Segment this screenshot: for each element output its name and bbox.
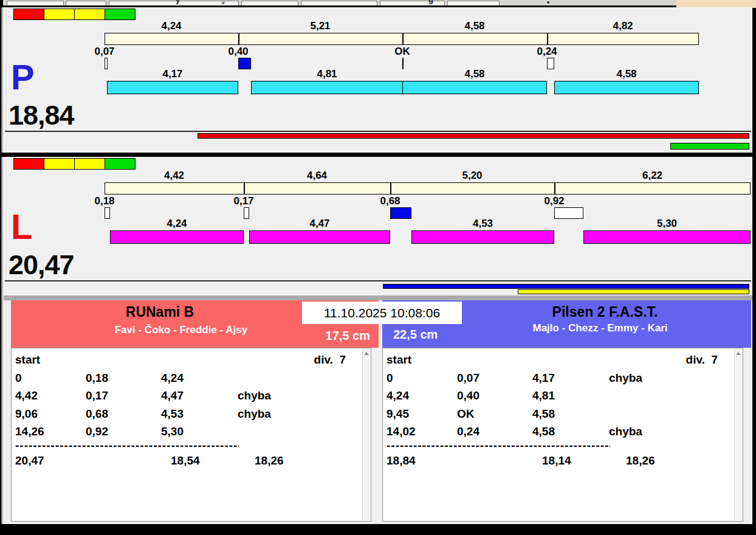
- time-cell: 4,24: [387, 387, 409, 405]
- scrollbar[interactable]: [362, 349, 370, 520]
- table-row: 14,260,925,30: [12, 423, 363, 441]
- dashes: ----------------------------------------…: [15, 441, 239, 450]
- section-divider: [4, 295, 752, 300]
- time-cell: OK: [457, 405, 475, 423]
- table-row-start: startdiv. 7: [383, 351, 735, 369]
- toolbar-button[interactable]: [66, 1, 106, 5]
- lane-letter: P: [11, 60, 35, 95]
- time-cell: 14,26: [15, 423, 44, 441]
- time-cell: 0,68: [86, 405, 108, 423]
- legend-box: [44, 9, 75, 20]
- table-row-start: startdiv. 7: [12, 351, 363, 369]
- lane-total-time: 18,84: [9, 101, 74, 130]
- results-table-right: startdiv. 700,074,17chyba4,240,404,819,4…: [382, 348, 743, 522]
- split-divider: [390, 182, 391, 195]
- time-cell: 0,24: [457, 423, 479, 441]
- split-time-label: 4,42: [105, 170, 244, 182]
- leg-bar: [251, 81, 403, 94]
- leg-time-label: 4,53: [411, 218, 554, 230]
- scroll-up-icon[interactable]: [364, 352, 369, 355]
- results-panels: RUNami B Favi - Čoko - Freddie - Ajsy 17…: [4, 300, 752, 524]
- separator-line: [5, 280, 751, 281]
- yellow-progress-bar: [518, 289, 749, 294]
- division-label: div. 7: [314, 351, 346, 369]
- results-table-left: startdiv. 700,184,244,420,174,47chyba9,0…: [11, 348, 371, 522]
- table-totals-row: 20,4718,5418,26: [12, 452, 363, 470]
- leg-bar: [583, 230, 751, 244]
- dashed-separator: ----------------------------------------…: [383, 441, 735, 452]
- color-legend: [13, 9, 136, 20]
- scrollbar[interactable]: [734, 349, 742, 520]
- table-row: 4,420,174,47chyba: [12, 387, 363, 405]
- split-divider: [238, 33, 239, 45]
- split-divider: [554, 182, 555, 195]
- time-cell: 5,30: [161, 423, 184, 441]
- dashes: ----------------------------------------…: [387, 441, 610, 450]
- split-divider: [402, 33, 404, 45]
- table-row: 9,45OK4,58: [383, 405, 735, 423]
- change-box: [554, 207, 583, 219]
- dashed-separator: ----------------------------------------…: [12, 441, 363, 452]
- jump-height: 22,5 cm: [393, 328, 438, 342]
- time-cell: 0: [15, 369, 22, 387]
- toolbar-button[interactable]: [109, 1, 239, 5]
- time-cell: 0,40: [457, 387, 479, 405]
- toolbar-button[interactable]: [447, 1, 500, 5]
- legend-box: [13, 158, 44, 170]
- leg-time-label: 5,30: [583, 218, 751, 230]
- change-box: [238, 58, 251, 69]
- blue-progress-bar: [383, 284, 749, 289]
- change-time-label: 0,92: [535, 195, 574, 207]
- toolbar-button[interactable]: [241, 1, 298, 5]
- team-name: Pilsen 2 F.A.S.T.: [461, 304, 749, 320]
- green-progress-bar: [670, 143, 749, 150]
- legend-box: [44, 158, 75, 170]
- time-cell: 4,17: [532, 369, 555, 387]
- toolbar-label-fragment: y: [176, 0, 180, 4]
- split-time-label: 6,22: [554, 170, 751, 182]
- legend-box: [105, 158, 136, 170]
- toolbar-label-fragment: g: [428, 0, 433, 4]
- leg-bar: [107, 81, 238, 94]
- change-time-label: OK: [383, 46, 422, 58]
- time-cell: 4,58: [532, 423, 555, 441]
- time-cell: 14,02: [387, 423, 416, 441]
- time-cell: 4,42: [15, 387, 38, 405]
- toolbar-button[interactable]: [380, 1, 445, 5]
- team-members: Majlo - Chezz - Emmy - Kari: [455, 322, 745, 334]
- time-cell: 4,53: [161, 405, 184, 423]
- lane-letter: L: [11, 209, 32, 244]
- scroll-up-icon[interactable]: [736, 352, 741, 355]
- split-bar: [105, 182, 751, 195]
- leg-time-label: 4,81: [251, 68, 403, 80]
- jump-height: 17,5 cm: [326, 329, 370, 343]
- split-time-label: 5,20: [390, 170, 554, 182]
- change-time-label: 0,18: [85, 195, 124, 207]
- leg-time-label: 4,24: [110, 218, 244, 230]
- change-box: [244, 207, 249, 219]
- total-cell: 18,14: [542, 452, 571, 470]
- toolbar-label-fragment: v: [222, 0, 224, 5]
- split-time-label: 5,21: [238, 20, 402, 32]
- time-cell: 4,81: [532, 387, 555, 405]
- dropdown-arrow-icon[interactable]: ▼: [546, 0, 551, 5]
- time-cell: 4,58: [532, 405, 555, 423]
- time-cell: 0: [387, 369, 393, 387]
- table-row: 00,074,17chyba: [383, 369, 735, 387]
- leg-bar: [110, 230, 244, 244]
- toolbar-button[interactable]: [7, 1, 64, 5]
- separator-line: [5, 131, 751, 132]
- leg-bar: [411, 230, 554, 244]
- results-rows: startdiv. 700,184,244,420,174,47chyba9,0…: [12, 351, 363, 470]
- fault-label: chyba: [609, 423, 642, 441]
- leg-bar: [554, 81, 699, 94]
- time-cell: 0,92: [86, 423, 108, 441]
- team-members: Favi - Čoko - Freddie - Ajsy: [11, 324, 351, 336]
- toolbar-button[interactable]: [301, 1, 377, 5]
- change-time-label: 0,07: [85, 46, 124, 58]
- toolbar[interactable]: yvg▼: [3, 0, 676, 5]
- fault-label: chyba: [238, 405, 271, 423]
- datetime-display: 11.10.2025 10:08:06: [302, 302, 462, 324]
- leg-time-label: 4,58: [554, 68, 699, 80]
- change-time-label: 0,68: [371, 195, 410, 207]
